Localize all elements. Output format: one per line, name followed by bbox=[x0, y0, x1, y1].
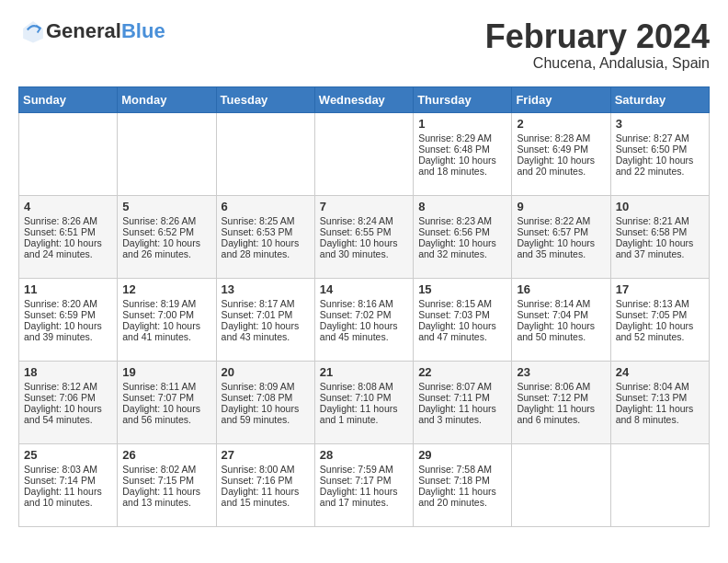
day-number: 25 bbox=[24, 448, 112, 462]
calendar-day-cell: 26Sunrise: 8:02 AMSunset: 7:15 PMDayligh… bbox=[118, 443, 216, 526]
calendar-header: SundayMondayTuesdayWednesdayThursdayFrid… bbox=[19, 86, 710, 112]
calendar-day-cell: 23Sunrise: 8:06 AMSunset: 7:12 PMDayligh… bbox=[512, 361, 610, 443]
sunrise-text: Sunrise: 8:16 AM bbox=[320, 298, 393, 309]
sunset-text: Sunset: 7:08 PM bbox=[222, 392, 293, 403]
day-number: 14 bbox=[320, 282, 408, 296]
sunset-text: Sunset: 7:05 PM bbox=[616, 309, 688, 320]
daylight-text: Daylight: 11 hours and 17 minutes. bbox=[320, 486, 398, 508]
sunset-text: Sunset: 7:17 PM bbox=[320, 475, 392, 486]
sunset-text: Sunset: 6:55 PM bbox=[320, 226, 392, 237]
calendar-week-row: 11Sunrise: 8:20 AMSunset: 6:59 PMDayligh… bbox=[19, 278, 710, 361]
calendar-day-cell: 14Sunrise: 8:16 AMSunset: 7:02 PMDayligh… bbox=[314, 278, 413, 361]
weekday-header-cell: Thursday bbox=[414, 86, 512, 112]
calendar-day-cell: 15Sunrise: 8:15 AMSunset: 7:03 PMDayligh… bbox=[414, 278, 512, 361]
calendar-day-cell: 22Sunrise: 8:07 AMSunset: 7:11 PMDayligh… bbox=[414, 361, 512, 443]
day-number: 20 bbox=[222, 365, 310, 379]
sunrise-text: Sunrise: 8:28 AM bbox=[517, 132, 590, 144]
sunrise-text: Sunrise: 7:58 AM bbox=[418, 464, 492, 475]
sunset-text: Sunset: 7:15 PM bbox=[122, 475, 194, 486]
daylight-text: Daylight: 10 hours and 18 minutes. bbox=[418, 155, 496, 177]
daylight-text: Daylight: 11 hours and 10 minutes. bbox=[24, 486, 102, 508]
logo-icon bbox=[20, 18, 46, 44]
sunset-text: Sunset: 7:13 PM bbox=[616, 392, 688, 403]
calendar-day-cell: 19Sunrise: 8:11 AMSunset: 7:07 PMDayligh… bbox=[118, 361, 216, 443]
calendar-day-cell: 9Sunrise: 8:22 AMSunset: 6:57 PMDaylight… bbox=[512, 195, 610, 278]
day-number: 10 bbox=[616, 200, 704, 213]
calendar-day-cell bbox=[610, 443, 709, 526]
weekday-header-cell: Saturday bbox=[610, 86, 709, 112]
calendar-day-cell: 4Sunrise: 8:26 AMSunset: 6:51 PMDaylight… bbox=[19, 195, 118, 278]
day-number: 9 bbox=[517, 200, 605, 213]
calendar-day-cell: 6Sunrise: 8:25 AMSunset: 6:53 PMDaylight… bbox=[216, 195, 314, 278]
sunset-text: Sunset: 6:57 PM bbox=[517, 226, 588, 237]
sunrise-text: Sunrise: 8:26 AM bbox=[24, 215, 97, 226]
sunset-text: Sunset: 6:50 PM bbox=[616, 144, 688, 155]
calendar-day-cell: 21Sunrise: 8:08 AMSunset: 7:10 PMDayligh… bbox=[314, 361, 413, 443]
sunrise-text: Sunrise: 8:12 AM bbox=[24, 381, 97, 392]
weekday-header-cell: Monday bbox=[118, 86, 216, 112]
sunset-text: Sunset: 7:06 PM bbox=[24, 392, 96, 403]
daylight-text: Daylight: 10 hours and 50 minutes. bbox=[517, 320, 595, 342]
calendar-day-cell: 12Sunrise: 8:19 AMSunset: 7:00 PMDayligh… bbox=[118, 278, 216, 361]
calendar-day-cell: 16Sunrise: 8:14 AMSunset: 7:04 PMDayligh… bbox=[512, 278, 610, 361]
day-number: 8 bbox=[418, 200, 506, 213]
calendar-day-cell: 1Sunrise: 8:29 AMSunset: 6:48 PMDaylight… bbox=[414, 112, 512, 195]
calendar-day-cell: 11Sunrise: 8:20 AMSunset: 6:59 PMDayligh… bbox=[19, 278, 118, 361]
sunset-text: Sunset: 6:52 PM bbox=[122, 226, 194, 237]
day-number: 24 bbox=[616, 365, 704, 379]
sunset-text: Sunset: 7:14 PM bbox=[24, 475, 96, 486]
daylight-text: Daylight: 10 hours and 37 minutes. bbox=[616, 237, 694, 259]
day-number: 11 bbox=[24, 282, 112, 296]
sunset-text: Sunset: 6:48 PM bbox=[418, 144, 490, 155]
page-header: GeneralBlue February 2024 Chucena, Andal… bbox=[18, 18, 710, 72]
sunrise-text: Sunrise: 8:21 AM bbox=[616, 215, 689, 226]
daylight-text: Daylight: 10 hours and 24 minutes. bbox=[24, 237, 102, 259]
sunset-text: Sunset: 7:18 PM bbox=[418, 475, 490, 486]
calendar-day-cell: 25Sunrise: 8:03 AMSunset: 7:14 PMDayligh… bbox=[19, 443, 118, 526]
calendar-day-cell: 17Sunrise: 8:13 AMSunset: 7:05 PMDayligh… bbox=[610, 278, 709, 361]
daylight-text: Daylight: 10 hours and 54 minutes. bbox=[24, 403, 102, 425]
daylight-text: Daylight: 11 hours and 1 minute. bbox=[320, 403, 398, 425]
sunset-text: Sunset: 7:16 PM bbox=[222, 475, 293, 486]
sunrise-text: Sunrise: 8:04 AM bbox=[616, 381, 689, 392]
calendar-day-cell bbox=[512, 443, 610, 526]
sunset-text: Sunset: 6:49 PM bbox=[517, 144, 588, 155]
sunset-text: Sunset: 7:03 PM bbox=[418, 309, 490, 320]
daylight-text: Daylight: 11 hours and 13 minutes. bbox=[122, 486, 200, 508]
daylight-text: Daylight: 10 hours and 22 minutes. bbox=[616, 155, 694, 177]
day-number: 27 bbox=[222, 448, 310, 462]
sunrise-text: Sunrise: 8:11 AM bbox=[122, 381, 196, 392]
daylight-text: Daylight: 10 hours and 41 minutes. bbox=[122, 320, 200, 342]
sunrise-text: Sunrise: 8:07 AM bbox=[418, 381, 492, 392]
calendar-day-cell: 13Sunrise: 8:17 AMSunset: 7:01 PMDayligh… bbox=[216, 278, 314, 361]
daylight-text: Daylight: 10 hours and 30 minutes. bbox=[320, 237, 398, 259]
calendar-day-cell: 5Sunrise: 8:26 AMSunset: 6:52 PMDaylight… bbox=[118, 195, 216, 278]
sunset-text: Sunset: 6:58 PM bbox=[616, 226, 688, 237]
daylight-text: Daylight: 10 hours and 32 minutes. bbox=[418, 237, 496, 259]
sunrise-text: Sunrise: 8:26 AM bbox=[122, 215, 196, 226]
calendar-day-cell bbox=[19, 112, 118, 195]
sunrise-text: Sunrise: 8:17 AM bbox=[222, 298, 295, 309]
logo: GeneralBlue bbox=[18, 18, 165, 44]
calendar-day-cell: 3Sunrise: 8:27 AMSunset: 6:50 PMDaylight… bbox=[610, 112, 709, 195]
daylight-text: Daylight: 10 hours and 47 minutes. bbox=[418, 320, 496, 342]
daylight-text: Daylight: 10 hours and 56 minutes. bbox=[122, 403, 200, 425]
sunrise-text: Sunrise: 8:27 AM bbox=[616, 132, 689, 144]
day-number: 16 bbox=[517, 282, 605, 296]
daylight-text: Daylight: 10 hours and 52 minutes. bbox=[616, 320, 694, 342]
day-number: 3 bbox=[616, 117, 704, 131]
calendar-day-cell bbox=[314, 112, 413, 195]
daylight-text: Daylight: 10 hours and 39 minutes. bbox=[24, 320, 102, 342]
sunrise-text: Sunrise: 7:59 AM bbox=[320, 464, 393, 475]
daylight-text: Daylight: 10 hours and 45 minutes. bbox=[320, 320, 398, 342]
sunset-text: Sunset: 7:02 PM bbox=[320, 309, 392, 320]
sunrise-text: Sunrise: 8:24 AM bbox=[320, 215, 393, 226]
daylight-text: Daylight: 11 hours and 6 minutes. bbox=[517, 403, 595, 425]
calendar-day-cell bbox=[118, 112, 216, 195]
daylight-text: Daylight: 10 hours and 26 minutes. bbox=[122, 237, 200, 259]
title-section: February 2024 Chucena, Andalusia, Spain bbox=[485, 18, 710, 72]
daylight-text: Daylight: 10 hours and 59 minutes. bbox=[222, 403, 300, 425]
calendar-week-row: 4Sunrise: 8:26 AMSunset: 6:51 PMDaylight… bbox=[19, 195, 710, 278]
sunset-text: Sunset: 7:01 PM bbox=[222, 309, 293, 320]
weekday-header-cell: Sunday bbox=[19, 86, 118, 112]
